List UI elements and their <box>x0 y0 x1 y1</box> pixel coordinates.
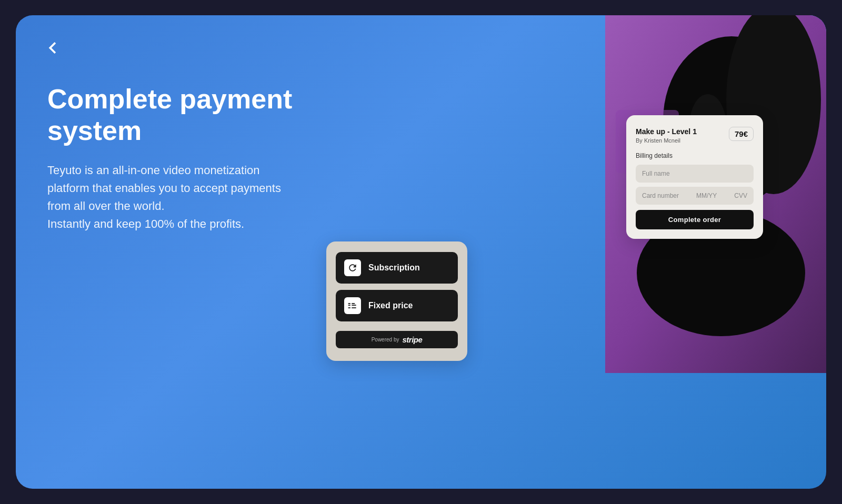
billing-label: Billing details <box>636 152 754 159</box>
options-card: Subscription Fixed price Powered by stri… <box>326 241 467 361</box>
back-button[interactable] <box>41 36 64 62</box>
main-card: Complete payment system Teyuto is an all… <box>16 15 826 489</box>
subscription-button[interactable]: Subscription <box>336 252 458 284</box>
cvv-label: CVV <box>734 192 747 199</box>
expiry-label: MM/YY <box>696 192 717 199</box>
payment-card-header: Make up - Level 1 By Kristen Mcneil 79€ <box>636 127 754 144</box>
page-title: Complete payment system <box>47 84 342 147</box>
subscription-icon <box>344 259 361 276</box>
fixed-price-button[interactable]: Fixed price <box>336 290 458 321</box>
fixed-price-icon <box>344 297 361 314</box>
page-description: Teyuto is an all-in-one video monetizati… <box>47 162 342 233</box>
powered-by-text: Powered by <box>372 337 399 342</box>
stripe-powered-badge: Powered by stripe <box>336 331 458 348</box>
complete-order-button[interactable]: Complete order <box>636 210 754 229</box>
card-row[interactable]: Card number MM/YY CVV <box>636 187 754 205</box>
product-author: By Kristen Mcneil <box>636 137 697 144</box>
price-badge: 79€ <box>729 127 754 141</box>
fixed-price-label: Fixed price <box>368 301 413 310</box>
product-info: Make up - Level 1 By Kristen Mcneil <box>636 127 697 144</box>
left-content: Complete payment system Teyuto is an all… <box>47 84 342 233</box>
full-name-field[interactable]: Full name <box>636 165 754 183</box>
card-number-label: Card number <box>642 192 679 199</box>
subscription-label: Subscription <box>368 263 420 273</box>
stripe-logo-text: stripe <box>402 335 422 344</box>
payment-form-card: Make up - Level 1 By Kristen Mcneil 79€ … <box>626 115 763 239</box>
product-title: Make up - Level 1 <box>636 127 697 136</box>
